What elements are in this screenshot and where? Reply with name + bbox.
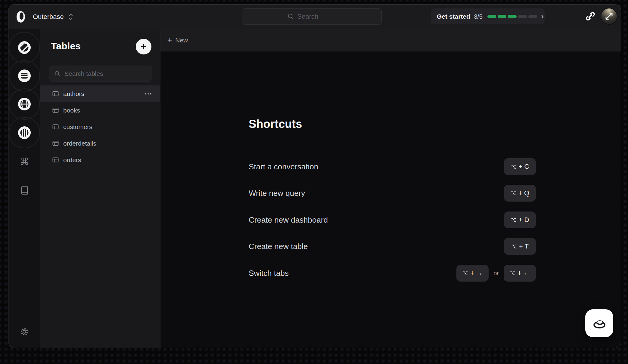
table-row-authors[interactable]: authors ••• <box>40 85 160 102</box>
table-row-customers[interactable]: customers <box>40 119 160 135</box>
progress-pill-done <box>508 15 517 18</box>
app-window: Outerbase Get started 3/5 <box>8 4 621 348</box>
tab-bar: + New <box>160 29 621 51</box>
get-started-label: Get started <box>437 13 470 20</box>
table-icon <box>52 90 59 97</box>
shortcut-label: Create new dashboard <box>249 215 328 225</box>
progress-pill-done <box>487 15 496 18</box>
option-key-icon <box>511 190 516 196</box>
chevron-up-down-icon <box>68 13 73 21</box>
table-list: authors ••• books <box>40 85 160 168</box>
docs-book-icon[interactable] <box>20 186 29 195</box>
avatar[interactable] <box>601 8 617 25</box>
table-search-input[interactable] <box>64 70 147 77</box>
table-name: customers <box>63 123 92 131</box>
global-search-input[interactable] <box>297 13 337 20</box>
new-tab-button[interactable]: + New <box>167 36 188 45</box>
table-search[interactable] <box>49 66 152 82</box>
option-key-icon <box>511 217 517 223</box>
table-icon <box>52 140 59 147</box>
get-started-progress-count: 3/5 <box>474 13 483 20</box>
outerbase-logo-icon <box>15 10 26 24</box>
command-palette-icon[interactable] <box>20 157 29 166</box>
keycap-option-c: + C <box>504 158 536 175</box>
global-search[interactable] <box>242 8 382 25</box>
table-name: books <box>63 107 80 114</box>
option-key-icon <box>462 270 468 276</box>
ai-assistant-button[interactable] <box>585 309 613 337</box>
progress-pill-todo <box>528 15 537 18</box>
keycap-option-t: + T <box>504 238 536 255</box>
get-started-progress-pills <box>487 15 537 18</box>
base-icon-globe[interactable] <box>17 97 31 111</box>
tables-sidebar: Tables + <box>40 29 160 348</box>
plus-icon: + <box>167 36 172 45</box>
keycap-option-q: + Q <box>504 185 536 202</box>
keycap-text: + D <box>519 216 529 224</box>
table-icon <box>52 156 59 163</box>
option-key-icon <box>510 270 515 276</box>
settings-gear-icon[interactable] <box>20 327 29 336</box>
hat-icon <box>592 316 607 331</box>
workspace-name: Outerbase <box>33 13 64 21</box>
table-row-books[interactable]: books <box>40 102 160 119</box>
get-started-button[interactable]: Get started 3/5 › <box>431 8 545 24</box>
new-tab-label: New <box>175 37 188 44</box>
shortcut-row: Create new dashboard + D <box>249 211 536 228</box>
keycap-option-right-arrow: + → <box>456 265 489 282</box>
keycap-text: + C <box>519 163 529 171</box>
shortcut-row: Write new query + Q <box>249 185 536 202</box>
option-key-icon <box>511 244 517 249</box>
sidebar-title: Tables <box>51 41 81 52</box>
progress-pill-done <box>498 15 506 18</box>
table-icon <box>52 107 59 114</box>
table-name: orderdetails <box>63 140 96 147</box>
share-link-button[interactable] <box>582 8 599 25</box>
search-icon <box>287 13 294 20</box>
table-icon <box>52 123 59 130</box>
table-row-orderdetails[interactable]: orderdetails <box>40 135 160 152</box>
shortcuts-panel: Shortcuts Start a conversation + C <box>160 51 621 348</box>
keycap-text: + → <box>470 269 483 277</box>
option-key-icon <box>511 164 517 170</box>
base-rail <box>8 29 40 348</box>
shortcut-label: Create new table <box>249 242 308 251</box>
keycap-text: + T <box>519 242 529 250</box>
plus-icon: + <box>141 41 147 51</box>
shortcut-row: Start a conversation + C <box>249 158 536 175</box>
shortcut-label: Switch tabs <box>249 269 289 278</box>
shortcut-row: Create new table + T <box>249 238 536 255</box>
keycap-text: + Q <box>518 189 529 197</box>
base-icon-tables-selected[interactable] <box>17 69 31 83</box>
keycap-text: + ← <box>518 269 530 277</box>
progress-pill-todo <box>518 15 527 18</box>
shortcut-label: Write new query <box>249 189 305 198</box>
shortcuts-title: Shortcuts <box>249 118 302 131</box>
chevron-right-icon[interactable]: › <box>541 11 544 22</box>
base-icon-columns[interactable] <box>17 126 31 140</box>
shortcut-row: Switch tabs + → or <box>249 265 536 282</box>
workspace-switcher[interactable]: Outerbase <box>33 5 73 29</box>
search-icon <box>54 70 61 77</box>
table-row-orders[interactable]: orders <box>40 152 160 168</box>
add-table-button[interactable]: + <box>136 39 151 54</box>
keycap-option-d: + D <box>504 211 536 228</box>
expand-icon <box>605 12 614 21</box>
more-options-icon[interactable]: ••• <box>145 91 152 96</box>
table-name: authors <box>63 90 84 97</box>
link-icon <box>585 11 596 22</box>
top-bar: Outerbase Get started 3/5 <box>8 5 621 29</box>
table-name: orders <box>63 156 81 164</box>
base-icon-striped-sphere[interactable] <box>17 41 31 54</box>
or-label: or <box>493 270 499 277</box>
keycap-option-left-arrow: + ← <box>504 265 536 282</box>
main-area: + New Shortcuts Start a conversation <box>160 29 621 348</box>
desktop: Outerbase Get started 3/5 <box>0 0 628 364</box>
shortcut-label: Start a conversation <box>249 162 318 171</box>
